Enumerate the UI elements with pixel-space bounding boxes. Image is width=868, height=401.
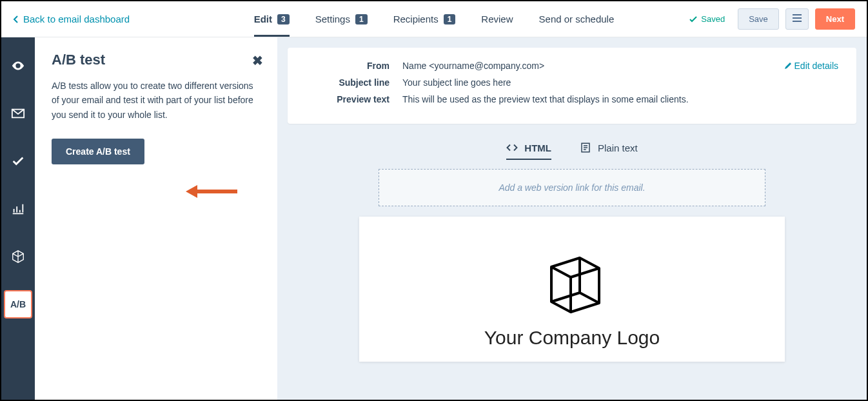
tab-label: Edit [254, 14, 272, 24]
rail-send[interactable] [4, 99, 32, 128]
subject-row: Subject line Your subject line goes here [306, 77, 838, 88]
rail-preview[interactable] [4, 52, 32, 80]
view-tab-html[interactable]: HTML [506, 142, 551, 160]
chart-icon [11, 202, 25, 216]
tab-edit[interactable]: Edit 3 [254, 1, 290, 37]
tab-badge: 1 [444, 14, 456, 24]
view-tab-plain[interactable]: Plain text [580, 142, 638, 160]
cube-icon [11, 249, 25, 264]
from-row: From Name <yourname@company.com> [306, 61, 838, 71]
menu-button[interactable] [785, 8, 809, 30]
from-label: From [306, 61, 402, 71]
save-button[interactable]: Save [738, 8, 779, 30]
subject-label: Subject line [306, 77, 402, 88]
rail-analytics[interactable] [4, 195, 32, 223]
cube-icon [533, 242, 611, 320]
view-tabs: HTML Plain text [288, 142, 856, 160]
tab-settings[interactable]: Settings 1 [315, 1, 368, 37]
document-icon [580, 142, 591, 153]
create-ab-test-button[interactable]: Create A/B test [52, 139, 144, 164]
top-bar: Back to email dashboard Edit 3 Settings … [1, 1, 867, 37]
rail-module[interactable] [4, 242, 32, 271]
tab-label: Send or schedule [539, 14, 615, 24]
details-card: Edit details From Name <yourname@company… [288, 48, 856, 124]
back-link[interactable]: Back to email dashboard [13, 14, 130, 24]
from-value: Name <yourname@company.com> [402, 61, 544, 71]
ab-panel: ✖ A/B test A/B tests allow you to create… [35, 37, 277, 400]
icon-rail: A/B [1, 37, 35, 400]
edit-details-link[interactable]: Edit details [784, 61, 838, 71]
check-icon [689, 15, 697, 23]
tab-label: Review [481, 14, 513, 24]
saved-indicator: Saved [689, 14, 725, 24]
tab-label: Settings [315, 14, 350, 24]
preview-value: This will be used as the preview text th… [402, 94, 689, 104]
close-icon[interactable]: ✖ [252, 53, 263, 68]
header-actions: Saved Save Next [689, 8, 855, 30]
panel-title: A/B test [52, 52, 261, 68]
svg-marker-1 [186, 185, 197, 198]
code-icon [506, 142, 518, 153]
annotation-arrow [186, 183, 237, 202]
rail-ab[interactable]: A/B [4, 290, 32, 318]
tab-review[interactable]: Review [481, 1, 513, 37]
panel-description: A/B tests allow you to create two differ… [52, 79, 261, 122]
canvas: Edit details From Name <yourname@company… [277, 37, 867, 400]
subject-value: Your subject line goes here [402, 77, 511, 88]
view-tab-label: HTML [524, 142, 551, 153]
company-logo [372, 242, 772, 322]
chevron-left-icon [13, 15, 18, 23]
logo-text: Your Company Logo [372, 327, 772, 349]
rail-check[interactable] [4, 147, 32, 175]
back-label: Back to email dashboard [23, 14, 130, 24]
saved-label: Saved [701, 14, 725, 24]
edit-details-label: Edit details [794, 61, 838, 71]
menu-icon [793, 14, 802, 22]
preview-label: Preview text [306, 94, 402, 104]
tab-label: Recipients [393, 14, 439, 24]
arrow-icon [186, 183, 237, 200]
pencil-icon [784, 62, 792, 70]
tab-recipients[interactable]: Recipients 1 [393, 1, 456, 37]
tab-badge: 3 [277, 14, 290, 24]
eye-icon [11, 59, 25, 73]
web-version-placeholder[interactable]: Add a web version link for this email. [379, 169, 765, 206]
next-button[interactable]: Next [815, 8, 855, 30]
main: A/B ✖ A/B test A/B tests allow you to cr… [1, 37, 867, 400]
envelope-icon [11, 106, 25, 121]
view-tab-label: Plain text [598, 142, 638, 153]
tab-send[interactable]: Send or schedule [539, 1, 615, 37]
check-icon [11, 154, 25, 168]
tab-badge: 1 [355, 14, 368, 24]
email-preview: Your Company Logo [359, 217, 785, 362]
preview-row: Preview text This will be used as the pr… [306, 94, 838, 104]
